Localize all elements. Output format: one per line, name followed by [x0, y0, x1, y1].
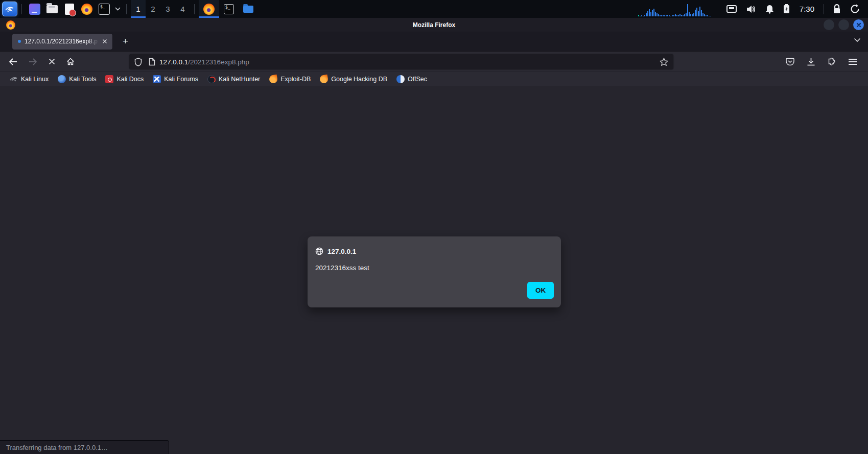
firefox-icon	[203, 4, 215, 15]
forward-icon	[29, 58, 37, 65]
bookmark-label: Kali Tools	[69, 76, 96, 83]
bookmark-kali-docs[interactable]: Kali Docs	[102, 74, 147, 85]
google-hacking-db-icon	[319, 74, 329, 84]
clock[interactable]: 7:30	[800, 5, 814, 13]
close-icon	[856, 22, 861, 28]
firefox-icon	[81, 4, 92, 15]
bookmark-exploit-db[interactable]: Exploit-DB	[266, 74, 314, 85]
panel-separator	[194, 4, 195, 14]
home-icon	[66, 58, 75, 65]
app-menu-button[interactable]	[846, 56, 859, 67]
stop-button[interactable]	[46, 56, 58, 67]
panel-right-group: 7:30	[638, 0, 868, 18]
firefox-titlebar[interactable]: Mozilla Firefox	[0, 18, 868, 32]
home-button[interactable]	[64, 55, 77, 68]
tab-favicon	[18, 40, 21, 43]
bookmark-kali-linux[interactable]: Kali Linux	[6, 74, 52, 85]
battery-tray-icon[interactable]	[783, 4, 790, 14]
bookmark-kali-tools[interactable]: Kali Tools	[54, 74, 100, 85]
close-button[interactable]	[853, 19, 864, 30]
status-tooltip: Transferring data from 127.0.0.1…	[0, 440, 169, 454]
tab-strip: 127.0.0.1/20212316exp8.p +	[0, 32, 868, 51]
desktop-icon	[29, 4, 40, 15]
file-manager-icon	[46, 5, 58, 13]
window-button-files[interactable]	[239, 0, 258, 18]
window-title: Mozilla Firefox	[0, 21, 868, 29]
bookmark-kali-forums[interactable]: Kali Forums	[149, 74, 202, 85]
window-button-firefox[interactable]	[199, 0, 219, 18]
new-tab-button[interactable]: +	[120, 36, 131, 47]
pocket-button[interactable]	[783, 55, 797, 68]
workspace-1[interactable]: 1	[131, 0, 146, 18]
firefox-icon	[6, 20, 15, 30]
close-icon	[102, 39, 107, 44]
panel-separator	[824, 4, 824, 14]
bookmark-offsec[interactable]: OffSec	[393, 74, 431, 85]
panel-left-group: $_ 1 2 3 4 $_	[0, 0, 258, 18]
bookmark-label: Kali Docs	[116, 76, 144, 83]
window-button-terminal[interactable]: $_	[219, 0, 239, 18]
minimize-button[interactable]	[824, 19, 834, 30]
extensions-button[interactable]	[825, 55, 839, 69]
back-button[interactable]	[6, 56, 20, 68]
bell-icon	[765, 5, 774, 14]
hamburger-menu-icon	[849, 59, 857, 65]
lock-icon	[833, 4, 841, 14]
screen-icon	[726, 5, 737, 13]
url-text[interactable]: 127.0.0.1/20212316exp8.php	[159, 58, 660, 66]
active-tab[interactable]: 127.0.0.1/20212316exp8.p	[12, 34, 112, 50]
volume-tray-icon[interactable]	[746, 5, 756, 14]
launcher-text-editor[interactable]	[61, 0, 78, 18]
lock-screen-button[interactable]	[833, 4, 841, 14]
launcher-desktop[interactable]	[26, 0, 43, 18]
kali-menu-button[interactable]	[2, 2, 17, 16]
downloads-button[interactable]	[804, 55, 818, 69]
maximize-button[interactable]	[838, 19, 849, 30]
forward-button[interactable]	[26, 56, 40, 68]
launcher-file-manager[interactable]	[43, 0, 61, 18]
alert-dialog-header: 127.0.0.1	[308, 236, 561, 255]
workspace-4[interactable]: 4	[175, 0, 190, 18]
alert-origin: 127.0.0.1	[327, 248, 356, 255]
launcher-firefox[interactable]	[78, 0, 96, 18]
kali-docs-icon	[105, 75, 113, 83]
workspace-3[interactable]: 3	[160, 0, 175, 18]
page-info-icon	[149, 58, 155, 66]
bookmark-star-icon[interactable]	[660, 58, 668, 66]
launcher-terminal[interactable]: $_	[96, 0, 113, 18]
bookmark-label: Kali NetHunter	[219, 76, 260, 83]
pocket-icon	[786, 58, 794, 66]
status-text: Transferring data from 127.0.0.1…	[6, 444, 108, 451]
bookmark-label: Kali Linux	[21, 76, 49, 83]
bookmark-label: Exploit-DB	[280, 76, 311, 83]
back-icon	[9, 58, 17, 65]
tab-close-button[interactable]	[101, 38, 109, 45]
panel-separator	[126, 4, 127, 14]
bookmark-kali-nethunter[interactable]: Kali NetHunter	[204, 74, 264, 85]
launcher-expander[interactable]	[113, 0, 122, 18]
system-panel: $_ 1 2 3 4 $_	[0, 0, 868, 18]
bookmark-label: Kali Forums	[164, 76, 198, 83]
list-all-tabs-button[interactable]	[854, 38, 861, 42]
tab-title: 127.0.0.1/20212316exp8.p	[25, 38, 101, 45]
notifications-tray-icon[interactable]	[765, 5, 774, 14]
cpu-graph	[638, 2, 715, 16]
kali-dragon-icon	[5, 4, 15, 14]
battery-icon	[783, 4, 790, 14]
stop-icon	[49, 58, 55, 65]
chevron-down-icon	[115, 7, 121, 11]
display-tray-icon[interactable]	[726, 5, 737, 13]
url-bar[interactable]: 127.0.0.1/20212316exp8.php	[129, 54, 673, 69]
bookmark-google-hacking-db[interactable]: Google Hacking DB	[316, 74, 391, 85]
text-editor-icon	[65, 4, 74, 15]
ok-button[interactable]: OK	[527, 282, 554, 299]
logout-button[interactable]	[850, 4, 860, 14]
url-path: /20212316exp8.php	[188, 58, 249, 66]
kali-tools-icon	[58, 75, 66, 83]
offsec-icon	[396, 75, 405, 83]
navigation-toolbar: 127.0.0.1/20212316exp8.php	[0, 51, 868, 71]
bookmark-label: Google Hacking DB	[331, 76, 387, 83]
alert-message: 20212316xss test	[308, 255, 561, 272]
panel-separator	[21, 4, 22, 14]
workspace-2[interactable]: 2	[146, 0, 160, 18]
